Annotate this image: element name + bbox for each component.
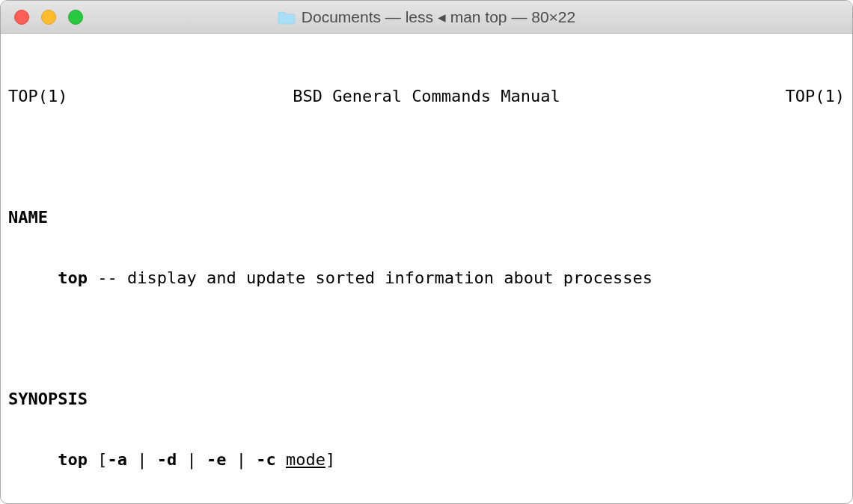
synopsis-line-1: top [-a | -d | -e | -c mode] (8, 449, 845, 470)
terminal-content[interactable]: TOP(1) BSD General Commands Manual TOP(1… (1, 34, 852, 504)
window-title: Documents — less ◂ man top — 80×22 (1, 8, 852, 26)
section-synopsis: SYNOPSIS (8, 390, 88, 408)
name-cmd: top (58, 268, 88, 287)
man-header-right: TOP(1) (786, 86, 845, 106)
man-header: TOP(1) BSD General Commands Manual TOP(1… (8, 86, 845, 106)
zoom-button[interactable] (68, 10, 83, 25)
man-header-left: TOP(1) (8, 86, 67, 106)
man-header-center: BSD General Commands Manual (293, 86, 560, 106)
minimize-button[interactable] (41, 10, 56, 25)
close-button[interactable] (14, 10, 29, 25)
name-line: top -- display and update sorted informa… (8, 268, 845, 288)
traffic-lights (14, 10, 83, 25)
titlebar: Documents — less ◂ man top — 80×22 (1, 1, 852, 34)
name-desc: -- display and update sorted information… (88, 268, 652, 287)
folder-icon (278, 10, 296, 24)
terminal-window: Documents — less ◂ man top — 80×22 TOP(1… (0, 0, 853, 504)
section-name: NAME (8, 208, 48, 227)
window-title-text: Documents — less ◂ man top — 80×22 (302, 8, 575, 26)
